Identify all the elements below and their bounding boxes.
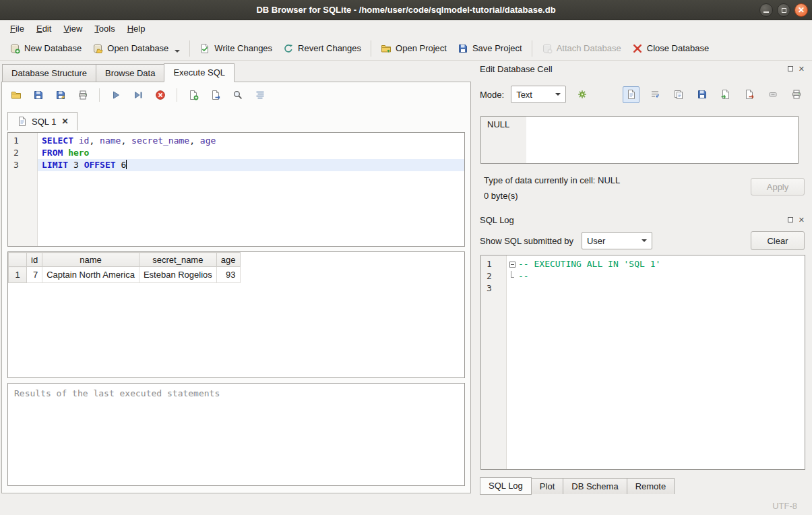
panel-splitter[interactable] (471, 82, 476, 493)
close-panel-icon[interactable]: ✕ (799, 216, 805, 224)
find-replace-button[interactable] (230, 88, 245, 102)
mode-combobox[interactable]: Text (511, 86, 566, 103)
tab-sql-1[interactable]: SQL 1 ✕ (7, 112, 77, 131)
minimize-button[interactable] (759, 3, 773, 17)
open-in-new-tab-button[interactable] (186, 88, 201, 102)
line-number: 1 (8, 135, 37, 147)
encoding-indicator[interactable]: UTF-8 (772, 501, 797, 511)
cell-age[interactable]: 93 (216, 267, 240, 283)
column-header-age[interactable]: age (216, 253, 240, 267)
menu-help[interactable]: Help (121, 22, 152, 36)
copy-cell-icon (673, 89, 684, 100)
cell-editor[interactable]: NULL (480, 116, 799, 164)
sql-tab-label: SQL 1 (32, 117, 56, 127)
word-wrap-button[interactable] (646, 86, 663, 103)
tab-execute-sql[interactable]: Execute SQL (164, 63, 235, 82)
column-header-id[interactable]: id (27, 253, 42, 267)
open-sql-file-button[interactable] (9, 88, 24, 102)
main-toolbar: New DatabaseOpen DatabaseWrite ChangesRe… (0, 36, 812, 61)
toolbar-separator (532, 40, 532, 57)
auto-mode-button[interactable] (573, 86, 592, 103)
attach-database-icon (542, 43, 553, 54)
sql-log-view[interactable]: 123 -- EXECUTING ALL IN 'SQL 1'-- (480, 255, 805, 470)
float-panel-icon[interactable] (788, 66, 793, 71)
stop-execution-button[interactable] (153, 88, 168, 102)
column-header-name[interactable]: name (42, 253, 139, 267)
close-button[interactable]: ✕ (794, 3, 808, 17)
revert-changes-button[interactable]: Revert Changes (278, 40, 367, 57)
tab-browse-data[interactable]: Browse Data (96, 64, 164, 82)
word-wrap-icon (650, 89, 660, 100)
menu-edit[interactable]: Edit (30, 22, 57, 36)
results-grid[interactable]: idnamesecret_nameage 17Captain North Ame… (7, 251, 465, 378)
sql-toolbar (9, 88, 268, 102)
open-project-icon (381, 43, 392, 54)
float-panel-icon[interactable] (788, 217, 793, 222)
save-sql-file-button[interactable] (31, 88, 46, 102)
apply-button[interactable]: Apply (751, 178, 805, 195)
code-segment: secret_name (131, 135, 189, 146)
column-header-secret-name[interactable]: secret_name (139, 253, 216, 267)
toolbar-separator (177, 88, 177, 102)
open-project-button[interactable]: Open Project (375, 40, 452, 57)
code-line[interactable]: SELECT id, name, secret_name, age (38, 135, 464, 147)
code-segment: LIMIT (42, 160, 68, 170)
code-segment: age (200, 135, 216, 146)
auto-format-button[interactable] (253, 88, 268, 102)
tab-db-schema[interactable]: DB Schema (563, 478, 627, 494)
clear-log-button[interactable]: Clear (751, 231, 805, 250)
print-sql-button[interactable] (75, 88, 90, 102)
code-line[interactable]: FROM hero (38, 147, 464, 159)
import-cell-button[interactable] (717, 86, 734, 103)
close-database-button[interactable]: Close Database (627, 40, 715, 57)
row-header[interactable]: 1 (9, 267, 27, 283)
tab-sql-log[interactable]: SQL Log (480, 477, 532, 495)
text-cursor (126, 160, 127, 169)
cell-secret-name[interactable]: Esteban Rogelios (139, 267, 216, 283)
log-filter-combobox[interactable]: User (582, 232, 652, 249)
execution-status-box[interactable]: Results of the last executed statements (7, 383, 465, 486)
menu-view[interactable]: View (57, 22, 88, 36)
cell-size-info: 0 byte(s) (484, 191, 518, 201)
copy-cell-button[interactable] (670, 86, 687, 103)
text-mode-button[interactable] (623, 86, 639, 103)
toolbar-button-label: Attach Database (557, 43, 621, 53)
execute-all-button[interactable] (108, 88, 123, 102)
sql-log-header: SQL Log ✕ (476, 213, 807, 226)
tab-remote[interactable]: Remote (627, 478, 675, 494)
execute-current-line-icon (133, 90, 144, 100)
code-line[interactable]: LIMIT 3 OFFSET 6 (38, 159, 464, 171)
maximize-icon (782, 8, 786, 13)
menu-file[interactable]: File (4, 22, 30, 36)
export-cell-button[interactable] (741, 86, 757, 103)
close-tab-icon[interactable]: ✕ (61, 117, 68, 126)
tab-database-structure[interactable]: Database Structure (2, 64, 96, 82)
execute-current-line-button[interactable] (131, 88, 146, 102)
save-cell-button[interactable] (693, 86, 710, 103)
cell-id[interactable]: 7 (27, 267, 42, 283)
sql-editor[interactable]: 123 SELECT id, name, secret_name, ageFRO… (7, 132, 465, 247)
titlebar[interactable]: DB Browser for SQLite - /home/user/code/… (0, 0, 812, 20)
close-panel-icon[interactable]: ✕ (799, 65, 805, 73)
fold-marker[interactable] (507, 258, 518, 270)
set-null-button[interactable] (764, 86, 781, 103)
code-segment: , (189, 135, 200, 146)
cell-name[interactable]: Captain North America (42, 267, 139, 283)
find-replace-icon (232, 90, 243, 100)
fold-collapse-icon[interactable] (509, 262, 516, 268)
open-database-button[interactable]: Open Database (87, 40, 185, 57)
fold-marker (507, 270, 518, 282)
save-sql-as-button[interactable] (53, 88, 68, 102)
export-sql-button[interactable] (208, 88, 223, 102)
new-database-button[interactable]: New Database (4, 40, 87, 57)
dropdown-arrow-icon[interactable] (175, 50, 180, 53)
save-project-button[interactable]: Save Project (452, 40, 528, 57)
print-cell-button[interactable] (788, 86, 805, 103)
editor-code-area[interactable]: SELECT id, name, secret_name, ageFROM he… (38, 133, 464, 246)
menu-tools[interactable]: Tools (88, 22, 121, 36)
log-fold-column[interactable] (507, 255, 518, 469)
maximize-button[interactable] (777, 3, 790, 17)
toolbar-button-label: New Database (24, 43, 82, 53)
tab-plot[interactable]: Plot (531, 478, 563, 494)
write-changes-button[interactable]: Write Changes (194, 40, 278, 57)
